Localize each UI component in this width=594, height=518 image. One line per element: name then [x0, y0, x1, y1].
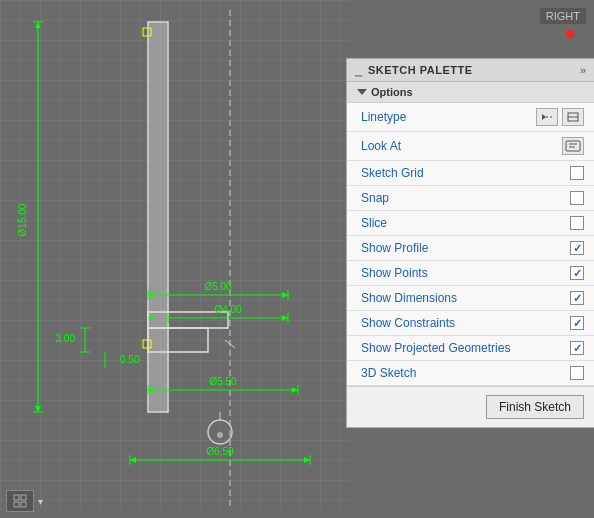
show-projected-label[interactable]: Show Projected Geometries: [361, 341, 510, 355]
linetype-icon-1[interactable]: [536, 108, 558, 126]
svg-text:Ø5.00: Ø5.00: [204, 281, 232, 292]
dropdown-arrow[interactable]: ▾: [38, 496, 43, 507]
sketch-grid-label[interactable]: Sketch Grid: [361, 166, 424, 180]
palette-header-left: ⎯ SKETCH PALETTE: [355, 63, 473, 77]
view-label: RIGHT: [540, 8, 586, 24]
show-constraints-checkbox[interactable]: [570, 316, 584, 330]
svg-text:Ø4.00: Ø4.00: [214, 304, 242, 315]
palette-header: ⎯ SKETCH PALETTE »: [347, 59, 594, 82]
finish-sketch-button[interactable]: Finish Sketch: [486, 395, 584, 419]
bottom-toolbar: ▾: [6, 490, 43, 512]
show-points-row[interactable]: Show Points: [347, 261, 594, 286]
palette-title: SKETCH PALETTE: [368, 64, 473, 76]
svg-text:3.00: 3.00: [56, 333, 76, 344]
svg-rect-50: [21, 502, 26, 507]
show-profile-label[interactable]: Show Profile: [361, 241, 428, 255]
svg-rect-47: [14, 495, 19, 500]
expand-icon[interactable]: »: [580, 64, 586, 76]
options-section: Options Linetype: [347, 82, 594, 386]
show-projected-row[interactable]: Show Projected Geometries: [347, 336, 594, 361]
sketch-grid-control: [570, 166, 584, 180]
sketch-geometry: Ø15.00 Ø5.00 Ø4.00 3.00 0.50 Ø5.50 Ø6.50: [0, 0, 350, 518]
show-constraints-label[interactable]: Show Constraints: [361, 316, 455, 330]
snap-checkbox[interactable]: [570, 191, 584, 205]
svg-marker-38: [282, 292, 288, 298]
svg-text:Ø5.50: Ø5.50: [209, 376, 237, 387]
sketch-palette-panel: ⎯ SKETCH PALETTE » Options Linetype: [346, 58, 594, 428]
show-dimensions-checkbox[interactable]: [570, 291, 584, 305]
show-constraints-row[interactable]: Show Constraints: [347, 311, 594, 336]
svg-text:0.50: 0.50: [120, 354, 140, 365]
show-points-label[interactable]: Show Points: [361, 266, 428, 280]
show-points-control: [570, 266, 584, 280]
svg-rect-2: [149, 23, 167, 411]
show-dimensions-row[interactable]: Show Dimensions: [347, 286, 594, 311]
svg-rect-48: [21, 495, 26, 500]
look-at-row[interactable]: Look At: [347, 132, 594, 161]
sketch-grid-row[interactable]: Sketch Grid: [347, 161, 594, 186]
linetype-label[interactable]: Linetype: [361, 110, 406, 124]
slice-label[interactable]: Slice: [361, 216, 387, 230]
show-projected-control: [570, 341, 584, 355]
options-label: Options: [371, 86, 413, 98]
slice-checkbox[interactable]: [570, 216, 584, 230]
svg-marker-43: [130, 457, 136, 463]
svg-marker-42: [292, 387, 298, 393]
show-points-checkbox[interactable]: [570, 266, 584, 280]
snap-label[interactable]: Snap: [361, 191, 389, 205]
snap-row[interactable]: Snap: [347, 186, 594, 211]
show-profile-control: [570, 241, 584, 255]
slice-control: [570, 216, 584, 230]
svg-text:Ø15.00: Ø15.00: [17, 203, 28, 236]
grid-view-button[interactable]: [6, 490, 34, 512]
linetype-control: [536, 108, 584, 126]
show-dimensions-control: [570, 291, 584, 305]
svg-rect-55: [566, 141, 580, 151]
svg-marker-40: [282, 315, 288, 321]
options-header: Options: [347, 82, 594, 103]
svg-rect-49: [14, 502, 19, 507]
svg-text:Ø6.50: Ø6.50: [206, 446, 234, 457]
show-constraints-control: [570, 316, 584, 330]
3d-sketch-checkbox[interactable]: [570, 366, 584, 380]
sketch-grid-checkbox[interactable]: [570, 166, 584, 180]
svg-point-33: [217, 432, 223, 438]
show-profile-checkbox[interactable]: [570, 241, 584, 255]
svg-marker-52: [542, 114, 546, 120]
pin-icon: ⎯: [355, 63, 362, 77]
3d-sketch-control: [570, 366, 584, 380]
look-at-label[interactable]: Look At: [361, 139, 401, 153]
linetype-row[interactable]: Linetype: [347, 103, 594, 132]
look-at-icon[interactable]: [562, 137, 584, 155]
orientation-indicator: [566, 30, 574, 38]
svg-marker-44: [304, 457, 310, 463]
collapse-icon: [357, 89, 367, 95]
svg-marker-46: [35, 406, 41, 412]
show-projected-checkbox[interactable]: [570, 341, 584, 355]
svg-marker-45: [35, 22, 41, 28]
3d-sketch-label[interactable]: 3D Sketch: [361, 366, 416, 380]
finish-sketch-row: Finish Sketch: [347, 386, 594, 427]
3d-sketch-row[interactable]: 3D Sketch: [347, 361, 594, 386]
snap-control: [570, 191, 584, 205]
linetype-icon-2[interactable]: [562, 108, 584, 126]
show-profile-row[interactable]: Show Profile: [347, 236, 594, 261]
show-dimensions-label[interactable]: Show Dimensions: [361, 291, 457, 305]
slice-row[interactable]: Slice: [347, 211, 594, 236]
look-at-control: [562, 137, 584, 155]
